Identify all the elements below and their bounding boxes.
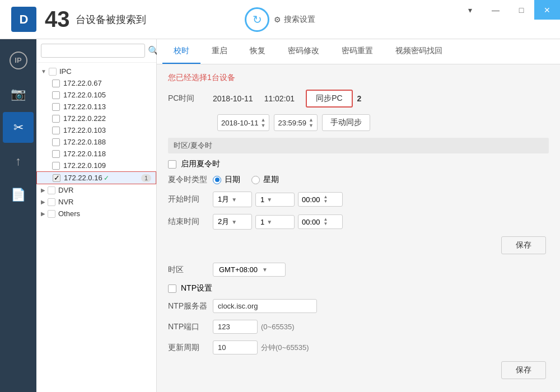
selected-check-icon: ✓ [104, 174, 109, 182]
time-spinner-end: ▲ ▼ [324, 217, 328, 226]
dst-type-label: 夏令时类型 [168, 175, 213, 185]
dvr-group-checkbox[interactable] [48, 186, 55, 194]
update-period-input[interactable] [213, 340, 258, 354]
tree-item-172-22-0-113[interactable]: 172.22.0.113 [36, 101, 156, 113]
scissors-icon: ✂ [13, 120, 24, 135]
start-time-picker[interactable]: 00:00 ▲ ▼ [298, 192, 343, 207]
item-checkbox-109[interactable] [52, 162, 60, 170]
tree-group-others-header[interactable]: ▶ Others [36, 208, 156, 220]
gear-icon: ⚙ [274, 15, 281, 24]
end-day-dropdown[interactable]: 1 ▼ [255, 215, 295, 229]
radio-date-circle[interactable] [213, 176, 221, 184]
expand-arrow-nvr-icon: ▶ [41, 199, 45, 205]
start-day-dropdown[interactable]: 1 ▼ [255, 193, 295, 207]
search-input[interactable] [41, 44, 145, 58]
spinner-down-icon[interactable]: ▼ [324, 199, 328, 204]
search-settings-button[interactable]: ⚙ 搜索设置 [274, 15, 315, 25]
dst-type-radio-group: 日期 星期 [213, 175, 279, 185]
manual-time-picker[interactable]: 23:59:59 ▲▼ [274, 114, 318, 131]
end-month-dropdown[interactable]: 2月 ▼ [213, 214, 252, 230]
enable-dst-checkbox[interactable] [168, 160, 176, 169]
search-bar: 🔍 [36, 39, 156, 63]
sidebar-item-camera[interactable]: 📷 [3, 78, 34, 109]
document-icon: 📄 [11, 188, 26, 202]
sync-pc-button[interactable]: 同步PC [306, 90, 352, 108]
others-group-label: Others [58, 209, 80, 218]
item-label-222: 172.22.0.222 [63, 114, 106, 123]
tree-item-172-22-0-16[interactable]: ✓ 172.22.0.16 ✓ 1 [36, 171, 156, 184]
tree-item-172-22-0-103[interactable]: 172.22.0.103 [36, 124, 156, 136]
item-label-109: 172.22.0.109 [63, 161, 106, 170]
item-checkbox-67[interactable] [52, 80, 60, 87]
spinner-down-end-icon[interactable]: ▼ [324, 222, 328, 226]
tree-group-ipc-header[interactable]: ▼ IPC [36, 66, 156, 77]
device-panel: 🔍 ▼ IPC 172.22.0.67 172.22.0.105 [36, 39, 157, 392]
main-layout: IP 📷 ✂ ↑ 📄 🔍 ▼ IPC [0, 39, 560, 392]
end-time-picker[interactable]: 00:00 ▲ ▼ [298, 214, 343, 229]
end-time-label: 结束时间 [168, 217, 213, 227]
start-time-label: 开始时间 [168, 194, 213, 204]
item-checkbox-188[interactable] [52, 138, 60, 146]
item-label-118: 172.22.0.118 [63, 150, 106, 158]
update-period-row: 更新周期 分钟(0~65535) [168, 340, 549, 354]
tab-video-password[interactable]: 视频密码找回 [384, 39, 454, 64]
sidebar-item-ip[interactable]: IP [3, 45, 34, 76]
timezone-dropdown[interactable]: GMT+08:00 ▼ [213, 263, 286, 277]
radio-week[interactable]: 星期 [251, 175, 279, 185]
pc-time-label: PC时间 [168, 94, 213, 104]
item-label-16: 172.22.0.16 [64, 174, 102, 182]
upload-icon: ↑ [15, 154, 21, 169]
tab-calibration[interactable]: 校时 [162, 39, 200, 64]
tab-password[interactable]: 密码修改 [277, 39, 330, 64]
start-time-group: 1月 ▼ 1 ▼ 00:00 ▲ ▼ [213, 192, 343, 207]
tree-group-dvr-header[interactable]: ▶ DVR [36, 184, 156, 196]
radio-date[interactable]: 日期 [213, 175, 240, 185]
start-month-dropdown[interactable]: 1月 ▼ [213, 192, 252, 207]
sidebar-item-tools[interactable]: ✂ [3, 112, 34, 143]
content-area: 您已经选择1台设备 PC时间 2018-10-11 11:02:01 同步PC … [157, 64, 560, 392]
tree-item-172-22-0-188[interactable]: 172.22.0.188 [36, 136, 156, 148]
end-time-group: 2月 ▼ 1 ▼ 00:00 ▲ ▼ [213, 214, 343, 230]
ntp-checkbox[interactable] [168, 284, 176, 293]
save-button-2[interactable]: 保存 [501, 361, 546, 379]
radio-week-circle[interactable] [251, 176, 260, 184]
enable-dst-label: 启用夏令时 [181, 159, 220, 169]
dropdown-arrow-icon: ▼ [231, 197, 237, 203]
wifi-icon[interactable]: ▾ [457, 0, 483, 20]
item-checkbox-103[interactable] [52, 127, 60, 134]
titlebar-center: ↻ ⚙ 搜索设置 [245, 7, 315, 32]
close-button[interactable]: ✕ [534, 0, 560, 20]
sidebar-item-doc[interactable]: 📄 [3, 179, 34, 210]
minimize-button[interactable]: — [483, 0, 508, 20]
item-checkbox-16[interactable]: ✓ [53, 174, 60, 182]
tree-item-172-22-0-118[interactable]: 172.22.0.118 [36, 148, 156, 160]
tab-password-reset[interactable]: 密码重置 [330, 39, 384, 64]
annotation-1: 1 [141, 174, 151, 182]
tree-item-172-22-0-109[interactable]: 172.22.0.109 [36, 160, 156, 171]
item-checkbox-105[interactable] [52, 91, 60, 99]
sidebar-item-upload[interactable]: ↑ [3, 146, 34, 176]
dropdown-arrow-icon: ▼ [267, 197, 272, 203]
tree-item-172-22-0-222[interactable]: 172.22.0.222 [36, 113, 156, 124]
ntp-server-input[interactable] [213, 299, 317, 313]
save-button-1[interactable]: 保存 [501, 236, 546, 254]
tree-item-172-22-0-105[interactable]: 172.22.0.105 [36, 89, 156, 101]
ip-icon: IP [10, 52, 27, 69]
ntp-port-input[interactable] [213, 320, 258, 334]
tab-restore[interactable]: 恢复 [239, 39, 277, 64]
manual-sync-button[interactable]: 手动同步 [322, 114, 370, 131]
item-checkbox-222[interactable] [52, 115, 60, 123]
tree-group-nvr-header[interactable]: ▶ NVR [36, 196, 156, 208]
item-checkbox-118[interactable] [52, 150, 60, 158]
manual-date-picker[interactable]: 2018-10-11 ▲▼ [217, 114, 269, 131]
sync-refresh-icon[interactable]: ↻ [245, 7, 269, 32]
expand-arrow-dvr-icon: ▶ [41, 187, 45, 193]
others-group-checkbox[interactable] [48, 210, 55, 218]
nvr-group-checkbox[interactable] [48, 198, 55, 206]
tab-restart[interactable]: 重启 [200, 39, 239, 64]
item-checkbox-113[interactable] [52, 103, 60, 111]
save-row-2: 保存 [168, 361, 549, 379]
restore-button[interactable]: □ [508, 0, 534, 20]
tree-item-172-22-0-67[interactable]: 172.22.0.67 [36, 77, 156, 89]
ipc-group-checkbox[interactable] [49, 68, 57, 76]
